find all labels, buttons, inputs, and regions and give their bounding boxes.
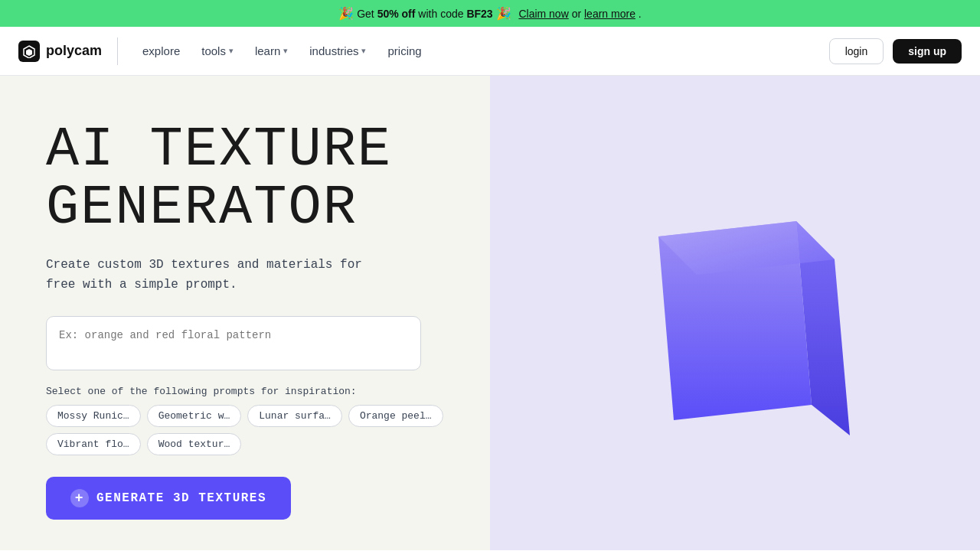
nav-divider bbox=[117, 37, 118, 65]
3d-shape bbox=[612, 175, 858, 451]
logo-svg bbox=[22, 44, 36, 58]
nav-industries-label: industries bbox=[309, 44, 358, 57]
logo-icon bbox=[18, 41, 40, 62]
banner-separator: or bbox=[572, 8, 584, 20]
hero-subtitle: Create custom 3D textures and materials … bbox=[46, 256, 398, 295]
suggestion-chip-3[interactable]: Orange peel… bbox=[348, 405, 443, 427]
nav-links: explore tools ▾ learn ▾ industries ▾ pri… bbox=[133, 38, 829, 64]
claim-now-link[interactable]: Claim now bbox=[518, 8, 568, 20]
suggestion-chip-5[interactable]: Wood textur… bbox=[147, 433, 242, 455]
login-button[interactable]: login bbox=[829, 38, 884, 64]
logo-link[interactable]: polycam bbox=[18, 41, 102, 62]
generate-button[interactable]: + GENERATE 3D TEXTURES bbox=[46, 477, 291, 520]
nav-actions: login sign up bbox=[829, 38, 962, 64]
logo-text: polycam bbox=[46, 43, 102, 59]
banner-prefix: Get bbox=[357, 8, 377, 20]
signup-button[interactable]: sign up bbox=[893, 39, 962, 64]
banner-middle: with code bbox=[418, 8, 466, 20]
nav-tools-label: tools bbox=[201, 44, 226, 57]
suggestion-chip-0[interactable]: Mossy Runic… bbox=[46, 405, 141, 427]
hero-title: AI TEXTURE GENERATOR bbox=[46, 122, 444, 237]
prompt-input[interactable] bbox=[46, 316, 421, 370]
banner-code: BF23 bbox=[466, 8, 492, 20]
left-panel: AI TEXTURE GENERATOR Create custom 3D te… bbox=[0, 76, 490, 550]
nav-industries[interactable]: industries ▾ bbox=[300, 38, 375, 64]
generate-button-label: GENERATE 3D TEXTURES bbox=[96, 491, 266, 505]
right-panel bbox=[490, 76, 980, 550]
suggestion-chip-4[interactable]: Vibrant flo… bbox=[46, 433, 141, 455]
industries-chevron-icon: ▾ bbox=[361, 46, 366, 56]
plus-icon: + bbox=[70, 489, 89, 507]
navbar: polycam explore tools ▾ learn ▾ industri… bbox=[0, 27, 980, 76]
suggestion-chip-1[interactable]: Geometric w… bbox=[147, 405, 242, 427]
hero-title-line2: GENERATOR bbox=[46, 177, 358, 240]
banner-discount: 50% off bbox=[377, 8, 416, 20]
suggestions-container: Mossy Runic… Geometric w… Lunar surfa… O… bbox=[46, 405, 444, 455]
party-icon-right: 🎉 bbox=[496, 7, 511, 20]
nav-tools[interactable]: tools ▾ bbox=[192, 38, 243, 64]
nav-pricing[interactable]: pricing bbox=[378, 38, 430, 64]
nav-learn[interactable]: learn ▾ bbox=[246, 38, 297, 64]
nav-explore[interactable]: explore bbox=[133, 38, 189, 64]
party-icon-left: 🎉 bbox=[338, 7, 354, 20]
nav-explore-label: explore bbox=[142, 44, 180, 57]
promo-banner: 🎉 Get 50% off with code BF23 🎉 Claim now… bbox=[0, 0, 980, 27]
nav-learn-label: learn bbox=[255, 44, 280, 57]
nav-pricing-label: pricing bbox=[387, 44, 421, 57]
learn-more-link[interactable]: learn more bbox=[584, 8, 635, 20]
main-content: AI TEXTURE GENERATOR Create custom 3D te… bbox=[0, 76, 980, 550]
suggestions-label: Select one of the following prompts for … bbox=[46, 386, 444, 397]
hero-title-line1: AI TEXTURE bbox=[46, 119, 392, 181]
banner-suffix: . bbox=[639, 8, 642, 20]
tools-chevron-icon: ▾ bbox=[229, 46, 234, 56]
svg-marker-1 bbox=[26, 49, 32, 56]
suggestion-chip-2[interactable]: Lunar surfa… bbox=[247, 405, 342, 427]
learn-chevron-icon: ▾ bbox=[283, 46, 288, 56]
